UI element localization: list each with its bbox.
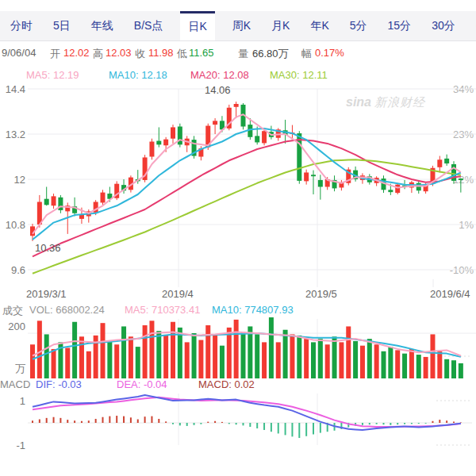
ma30-line	[33, 159, 461, 273]
ma20-line	[33, 140, 461, 256]
kline-chart-canvas[interactable]	[0, 0, 476, 476]
ma10-line	[33, 129, 461, 240]
